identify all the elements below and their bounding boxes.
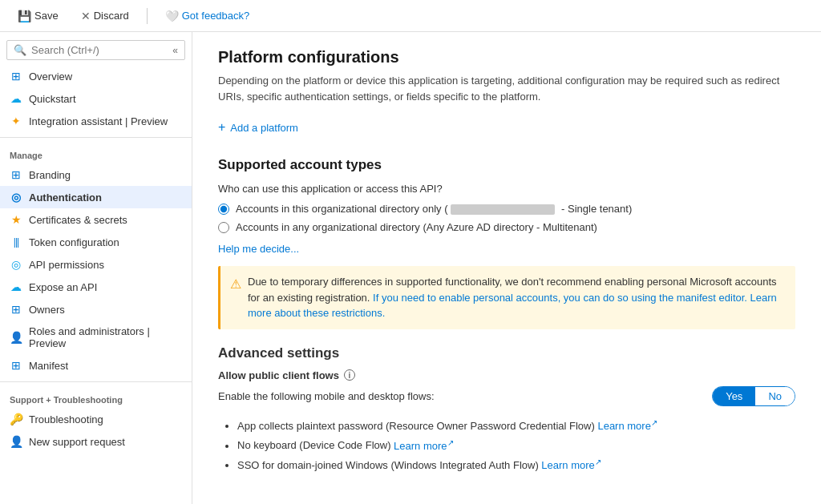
sidebar-item-label: Token configuration: [29, 236, 119, 248]
sidebar-item-authentication[interactable]: ◎ Authentication: [0, 186, 192, 208]
radio-multi-tenant[interactable]: Accounts in any organizational directory…: [218, 221, 795, 233]
save-button[interactable]: 💾 Save: [13, 6, 63, 26]
learn-more-link-3[interactable]: Learn more↗: [541, 459, 601, 471]
discard-button[interactable]: ✕ Discard: [76, 6, 134, 26]
sidebar-item-expose[interactable]: ☁ Expose an API: [0, 276, 192, 298]
sidebar-item-label: Owners: [29, 304, 65, 316]
sidebar-item-owners[interactable]: ⊞ Owners: [0, 298, 192, 321]
sidebar-item-roles[interactable]: 👤 Roles and administrators | Preview: [0, 321, 192, 354]
sidebar-item-api[interactable]: ◎ API permissions: [0, 253, 192, 276]
external-icon-2: ↗: [447, 437, 454, 446]
list-item: App collects plaintext password (Resourc…: [237, 416, 795, 436]
external-icon-1: ↗: [651, 418, 657, 427]
save-label: Save: [34, 10, 59, 22]
radio-single-input[interactable]: [218, 204, 229, 215]
plus-icon: +: [218, 120, 225, 135]
toggle-yes-button[interactable]: Yes: [713, 387, 755, 405]
sidebar-item-integration[interactable]: ✦ Integration assistant | Preview: [0, 110, 192, 132]
search-input[interactable]: [31, 44, 168, 56]
flows-row: Enable the following mobile and desktop …: [218, 386, 795, 406]
sidebar-item-overview[interactable]: ⊞ Overview: [0, 65, 192, 87]
warning-text: Due to temporary differences in supporte…: [248, 274, 786, 321]
overview-icon: ⊞: [10, 70, 22, 83]
collapse-icon[interactable]: «: [172, 45, 178, 56]
blurred-org-name: [451, 204, 555, 215]
add-platform-button[interactable]: + Add a platform: [218, 117, 298, 138]
who-can-use-label: Who can use this application or access t…: [218, 183, 795, 195]
sidebar-item-label: Branding: [29, 169, 71, 181]
sidebar-item-label: Overview: [29, 71, 72, 83]
sidebar: 🔍 « ⊞ Overview ☁ Quickstart ✦ Integratio…: [0, 32, 192, 504]
sidebar-divider-1: [0, 137, 192, 138]
discard-icon: ✕: [81, 10, 91, 22]
learn-more-link-1[interactable]: Learn more↗: [597, 420, 657, 432]
discard-label: Discard: [94, 10, 129, 22]
advanced-settings-title: Advanced settings: [218, 345, 795, 361]
radio-single-tenant[interactable]: Accounts in this organizational director…: [218, 203, 795, 215]
warning-box: ⚠ Due to temporary differences in suppor…: [218, 266, 795, 329]
search-icon: 🔍: [14, 44, 26, 56]
allow-public-label: Allow public client flows: [218, 369, 339, 381]
flows-list: App collects plaintext password (Resourc…: [218, 416, 795, 475]
sidebar-item-label: Quickstart: [29, 93, 76, 105]
trouble-icon: 🔑: [10, 413, 22, 425]
sidebar-item-label: Troubleshooting: [29, 413, 103, 425]
list-item: No keyboard (Device Code Flow) Learn mor…: [237, 435, 795, 455]
info-icon[interactable]: i: [344, 369, 355, 381]
roles-icon: 👤: [10, 331, 22, 344]
support-icon: 👤: [10, 435, 22, 448]
list-item: SSO for domain-joined Windows (Windows I…: [237, 455, 795, 475]
expose-icon: ☁: [10, 280, 22, 293]
warning-manifest-link[interactable]: If you need to enable personal accounts,…: [373, 292, 747, 304]
toggle-no-button[interactable]: No: [755, 387, 795, 405]
sidebar-item-label: New support request: [29, 436, 125, 448]
radio-single-label: Accounts in this organizational director…: [236, 203, 632, 215]
main-layout: 🔍 « ⊞ Overview ☁ Quickstart ✦ Integratio…: [0, 32, 821, 504]
feedback-label: Got feedback?: [182, 10, 250, 22]
content-area: Platform configurations Depending on the…: [192, 32, 821, 504]
sidebar-item-label: Certificates & secrets: [29, 214, 127, 226]
page-description: Depending on the platform or device this…: [218, 73, 795, 104]
integration-icon: ✦: [10, 115, 22, 127]
sidebar-item-manifest[interactable]: ⊞ Manifest: [0, 354, 192, 377]
sidebar-item-troubleshooting[interactable]: 🔑 Troubleshooting: [0, 408, 192, 430]
quickstart-icon: ☁: [10, 92, 22, 105]
sidebar-item-label: Integration assistant | Preview: [29, 115, 168, 127]
sidebar-item-quickstart[interactable]: ☁ Quickstart: [0, 87, 192, 110]
allow-public-title: Allow public client flows i: [218, 369, 795, 381]
account-type-radio-group: Accounts in this organizational director…: [218, 203, 795, 233]
help-decide-link[interactable]: Help me decide...: [218, 243, 299, 255]
branding-icon: ⊞: [10, 168, 22, 181]
feedback-icon: 🤍: [165, 10, 179, 22]
sidebar-item-token[interactable]: ||| Token configuration: [0, 231, 192, 253]
flows-label: Enable the following mobile and desktop …: [218, 390, 435, 402]
api-icon: ◎: [10, 258, 22, 271]
sidebar-item-certificates[interactable]: ★ Certificates & secrets: [0, 208, 192, 231]
toolbar-separator: [147, 8, 148, 24]
search-box[interactable]: 🔍 «: [6, 40, 185, 60]
auth-icon: ◎: [10, 191, 22, 204]
sidebar-item-label: Roles and administrators | Preview: [29, 325, 182, 349]
sidebar-item-label: Expose an API: [29, 281, 97, 293]
yes-no-toggle[interactable]: Yes No: [712, 386, 795, 406]
radio-multi-input[interactable]: [218, 222, 229, 233]
token-icon: |||: [10, 236, 22, 248]
manifest-icon: ⊞: [10, 359, 22, 372]
cert-icon: ★: [10, 213, 22, 226]
feedback-button[interactable]: 🤍 Got feedback?: [160, 6, 255, 26]
manage-section-label: Manage: [0, 143, 192, 163]
toolbar: 💾 Save ✕ Discard 🤍 Got feedback?: [0, 0, 821, 32]
radio-multi-label: Accounts in any organizational directory…: [236, 221, 597, 233]
sidebar-divider-2: [0, 381, 192, 382]
save-icon: 💾: [18, 10, 31, 22]
sidebar-item-new-support[interactable]: 👤 New support request: [0, 430, 192, 453]
page-title: Platform configurations: [218, 48, 795, 67]
external-icon-3: ↗: [595, 458, 601, 466]
learn-more-link-2[interactable]: Learn more↗: [394, 440, 453, 452]
sidebar-item-label: Manifest: [29, 360, 68, 372]
owners-icon: ⊞: [10, 303, 22, 316]
sidebar-item-branding[interactable]: ⊞ Branding: [0, 163, 192, 186]
support-section-label: Support + Troubleshooting: [0, 387, 192, 408]
supported-section-title: Supported account types: [218, 157, 795, 173]
add-platform-label: Add a platform: [230, 122, 298, 134]
